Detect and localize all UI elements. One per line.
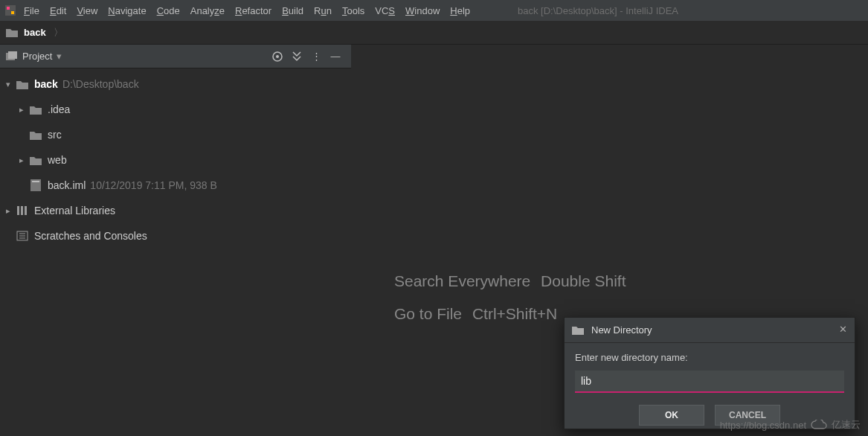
svg-rect-10 [21,206,23,215]
cloud-icon [811,420,827,430]
stack-icon [6,51,18,62]
new-directory-dialog: New Directory ✕ Enter new directory name… [564,317,855,429]
folder-icon [572,325,584,335]
file-icon [28,179,43,191]
collapse-all-icon[interactable] [287,47,306,66]
menu-build[interactable]: Build [282,5,303,16]
tree-node-label: .idea [48,103,70,115]
menu-refactor[interactable]: Refactor [235,5,271,16]
chevron-right-icon: 〉 [54,26,63,39]
dialog-title: New Directory [591,324,652,336]
chevron-right-icon[interactable]: ▸ [3,206,13,216]
watermark-url: https://blog.csdn.net [720,420,806,431]
folder-icon [28,156,43,165]
tree-node-src[interactable]: src [0,122,351,147]
menu-vcs[interactable]: VCS [375,5,395,16]
app-logo [4,4,16,16]
hint-goto-label: Go to File [394,305,462,322]
menu-analyze[interactable]: Analyze [190,5,225,16]
menu-edit[interactable]: Edit [50,5,66,16]
folder-icon [6,28,18,37]
tree-node-label: External Libraries [34,205,115,217]
hint-search-label: Search Everywhere [394,272,530,289]
chevron-right-icon[interactable]: ▸ [16,105,27,115]
watermark: https://blog.csdn.net 亿速云 [720,418,861,432]
folder-icon [15,80,30,89]
window-title: back [D:\Desktop\back] - IntelliJ IDEA [518,5,678,16]
ok-button[interactable]: OK [639,405,704,426]
project-tool-window: Project ▾ ⋮ — ▾ back D:\Desktop\back ▸ .… [0,45,351,436]
folder-icon [28,130,43,140]
tree-scratches[interactable]: Scratches and Consoles [0,223,351,249]
tree-node-iml[interactable]: back.iml 10/12/2019 7:11 PM, 938 B [0,173,351,198]
tree-external-libraries[interactable]: ▸ External Libraries [0,198,351,223]
tree-node-idea[interactable]: ▸ .idea [0,97,351,122]
menu-bar: File Edit View Navigate Code Analyze Ref… [0,0,868,21]
chevron-down-icon[interactable]: ▾ [57,51,62,62]
menu-window[interactable]: Window [405,5,440,16]
tree-node-web[interactable]: ▸ web [0,147,351,173]
close-icon[interactable]: ✕ [836,321,850,338]
tool-window-name[interactable]: Project [22,51,52,62]
menu-view[interactable]: View [77,5,97,16]
menu-file[interactable]: File [24,5,39,16]
svg-rect-9 [17,206,19,215]
chevron-right-icon[interactable]: ▸ [16,156,27,165]
svg-rect-11 [25,206,27,215]
tree-root-name: back [34,78,58,90]
scratch-icon [15,231,30,241]
locate-icon[interactable] [268,47,287,66]
breadcrumb-project[interactable]: back [24,27,46,38]
library-icon [15,205,30,216]
folder-icon [28,105,43,115]
tree-node-label: Scratches and Consoles [34,230,147,242]
tree-root-path: D:\Desktop\back [62,78,139,90]
menu-code[interactable]: Code [157,5,180,16]
project-tree: ▾ back D:\Desktop\back ▸ .idea src ▸ web [0,68,351,436]
tool-window-header: Project ▾ ⋮ — [0,45,351,68]
hide-icon[interactable]: — [326,47,345,66]
tree-node-label: web [48,154,67,166]
menu-run[interactable]: Run [314,5,332,16]
svg-rect-1 [7,7,10,10]
menu-help[interactable]: Help [450,5,470,16]
tree-root[interactable]: ▾ back D:\Desktop\back [0,71,351,97]
svg-point-6 [276,55,279,58]
menu-tools[interactable]: Tools [342,5,364,16]
watermark-brand: 亿速云 [832,418,861,432]
settings-icon[interactable]: ⋮ [306,47,326,66]
dialog-prompt: Enter new directory name: [575,352,844,363]
breadcrumb: back 〉 [0,21,868,45]
hint-search-key: Double Shift [541,272,626,289]
chevron-down-icon[interactable]: ▾ [3,80,13,89]
tree-node-meta: 10/12/2019 7:11 PM, 938 B [90,179,216,191]
svg-rect-8 [32,181,39,182]
directory-name-input[interactable] [575,371,844,393]
tree-node-label: src [48,129,62,141]
svg-rect-4 [8,51,17,59]
menu-navigate[interactable]: Navigate [108,5,146,16]
hint-goto-key: Ctrl+Shift+N [472,305,557,322]
dialog-titlebar: New Directory ✕ [565,318,855,343]
tree-node-label: back.iml [48,179,86,191]
svg-rect-2 [11,11,14,14]
